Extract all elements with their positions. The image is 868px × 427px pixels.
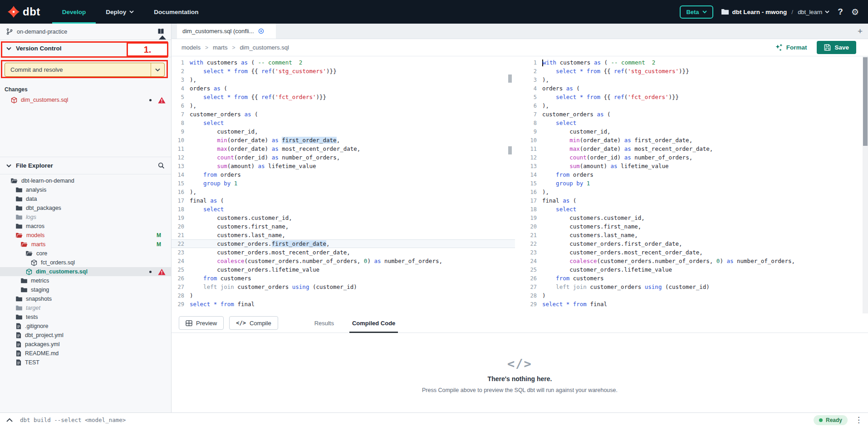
code-line-21[interactable]: 21 customers.last_name, <box>172 231 515 239</box>
code-line-3[interactable]: 3), <box>172 75 515 84</box>
file-tree-item-metrics[interactable]: metrics <box>0 276 171 285</box>
code-line-17[interactable]: 17final as ( <box>172 196 515 205</box>
code-line-25[interactable]: 25 customer_orders.lifetime_value <box>172 265 515 274</box>
preview-button[interactable]: Preview <box>179 316 224 330</box>
code-line-12[interactable]: 12 count(order_id) as number_of_orders, <box>524 153 863 162</box>
code-line-21[interactable]: 21 customers.last_name, <box>524 231 863 239</box>
file-tree-item-snapshots[interactable]: snapshots <box>0 294 171 303</box>
code-line-9[interactable]: 9 customer_id, <box>172 127 515 136</box>
code-line-23[interactable]: 23 customer_orders.most_recent_order_dat… <box>172 248 515 257</box>
code-line-19[interactable]: 19 customers.customer_id, <box>172 214 515 222</box>
code-line-26[interactable]: 26 from customers <box>172 274 515 283</box>
code-line-1[interactable]: 1with customers as ( -- comment 2 <box>172 58 515 67</box>
code-line-10[interactable]: 10 min(order_date) as first_order_date, <box>524 136 863 144</box>
nav-item-develop[interactable]: Develop <box>52 0 96 24</box>
code-line-14[interactable]: 14 from orders <box>172 170 515 179</box>
code-line-20[interactable]: 20 customers.first_name, <box>524 222 863 231</box>
code-line-27[interactable]: 27 left join customer_orders using (cust… <box>172 283 515 291</box>
code-line-4[interactable]: 4orders as ( <box>524 84 863 93</box>
file-tree-item-test[interactable]: TEST <box>0 358 171 367</box>
code-line-6[interactable]: 6), <box>524 101 863 110</box>
breadcrumb-segment[interactable]: marts <box>213 44 228 51</box>
code-line-12[interactable]: 12 count(order_id) as number_of_orders, <box>172 153 515 162</box>
code-line-5[interactable]: 5 select * from {{ ref('fct_orders')}} <box>524 93 863 101</box>
file-tree-item-tests[interactable]: tests <box>0 313 171 322</box>
code-line-22[interactable]: 22 customer_orders.first_order_date, <box>172 239 515 248</box>
file-tree-item-core[interactable]: core <box>0 249 171 258</box>
code-line-11[interactable]: 11 max(order_date) as most_recent_order_… <box>524 144 863 153</box>
code-line-8[interactable]: 8 select <box>172 119 515 127</box>
code-line-17[interactable]: 17final as ( <box>524 196 863 205</box>
code-line-20[interactable]: 20 customers.first_name, <box>172 222 515 231</box>
code-line-1[interactable]: 1with customers as ( -- comment 2 <box>524 58 863 67</box>
scrollbar-mark[interactable] <box>508 74 512 83</box>
search-icon[interactable] <box>158 162 165 169</box>
changed-file-row[interactable]: dim_customers.sql <box>0 94 171 105</box>
vertical-scrollbar[interactable] <box>863 56 868 313</box>
branch-selector[interactable]: on-demand-practice <box>0 24 171 40</box>
dbt-logo[interactable]: dbt <box>0 0 52 24</box>
code-line-10[interactable]: 10 min(order_date) as first_order_date, <box>172 136 515 144</box>
code-line-13[interactable]: 13 sum(amount) as lifetime_value <box>172 162 515 170</box>
file-tree-item-data[interactable]: data <box>0 194 171 204</box>
code-line-25[interactable]: 25 customer_orders.lifetime_value <box>524 265 863 274</box>
file-tree-item-dim-customers-sql[interactable]: dim_customers.sql <box>0 267 171 276</box>
file-tree-item-fct-orders-sql[interactable]: fct_orders.sql <box>0 258 171 267</box>
code-line-6[interactable]: 6), <box>172 101 515 110</box>
code-line-8[interactable]: 8 select <box>524 119 863 127</box>
new-tab-button[interactable]: + <box>858 24 863 39</box>
file-tree-item-analysis[interactable]: analysis <box>0 185 171 194</box>
code-line-16[interactable]: 16), <box>172 188 515 196</box>
project-selector[interactable]: dbt_learn <box>798 9 829 15</box>
code-line-27[interactable]: 27 left join customer_orders using (cust… <box>524 283 863 291</box>
code-line-19[interactable]: 19 customers.customer_id, <box>524 214 863 222</box>
file-tree-item-readme-md[interactable]: README.md <box>0 349 171 358</box>
file-tree-item-packages-yml[interactable]: packages.yml <box>0 340 171 349</box>
code-line-24[interactable]: 24 coalesce(customer_orders.number_of_or… <box>524 257 863 265</box>
code-line-28[interactable]: 28) <box>524 291 863 300</box>
breadcrumb-segment[interactable]: models <box>181 44 201 51</box>
code-line-13[interactable]: 13 sum(amount) as lifetime_value <box>524 162 863 170</box>
kebab-menu-icon[interactable]: ⋮ <box>855 415 863 425</box>
code-line-7[interactable]: 7customer_orders as ( <box>172 110 515 119</box>
file-tree-item-macros[interactable]: macros <box>0 222 171 231</box>
code-line-3[interactable]: 3), <box>524 75 863 84</box>
save-button[interactable]: Save <box>817 41 856 54</box>
file-tree-item-marts[interactable]: martsM <box>0 240 171 249</box>
nav-item-deploy[interactable]: Deploy <box>96 0 144 24</box>
code-line-24[interactable]: 24 coalesce(customer_orders.number_of_or… <box>172 257 515 265</box>
code-line-14[interactable]: 14 from orders <box>524 170 863 179</box>
code-line-11[interactable]: 11 max(order_date) as most_recent_order_… <box>172 144 515 153</box>
gear-icon[interactable]: ⚙ <box>851 7 859 17</box>
scrollbar-thumb[interactable] <box>863 57 868 146</box>
nav-item-documentation[interactable]: Documentation <box>144 0 208 24</box>
file-tree-item-models[interactable]: modelsM <box>0 231 171 240</box>
chevron-up-icon[interactable] <box>6 418 13 422</box>
results-tab-results[interactable]: Results <box>305 313 343 333</box>
code-line-5[interactable]: 5 select * from {{ ref('fct_orders')}} <box>172 93 515 101</box>
file-tree-item-dbt-learn-on-demand[interactable]: dbt-learn-on-demand <box>0 176 171 185</box>
code-line-26[interactable]: 26 from customers <box>524 274 863 283</box>
code-pane-right[interactable]: 1with customers as ( -- comment 22 selec… <box>524 56 863 313</box>
code-line-18[interactable]: 18 select <box>524 205 863 214</box>
file-tree-item--gitignore[interactable]: .gitignore <box>0 322 171 331</box>
breadcrumb-segment[interactable]: dim_customers.sql <box>240 44 289 51</box>
command-input[interactable]: dbt build --select <model_name> <box>20 417 126 423</box>
beta-button[interactable]: Beta <box>680 5 713 19</box>
code-line-22[interactable]: 22 customer_orders.first_order_date, <box>524 239 863 248</box>
code-line-2[interactable]: 2 select * from {{ ref('stg_customers')}… <box>172 67 515 75</box>
unsaved-conflict-indicator-icon[interactable] <box>258 28 265 35</box>
help-icon[interactable]: ? <box>838 7 843 17</box>
code-line-29[interactable]: 29select * from final <box>524 300 863 308</box>
file-tree-item-dbt-project-yml[interactable]: dbt_project.yml <box>0 331 171 340</box>
code-line-4[interactable]: 4orders as ( <box>172 84 515 93</box>
docs-book-icon[interactable] <box>157 28 165 35</box>
code-line-23[interactable]: 23 customer_orders.most_recent_order_dat… <box>524 248 863 257</box>
results-tab-compiled-code[interactable]: Compiled Code <box>343 313 404 333</box>
code-line-28[interactable]: 28) <box>172 291 515 300</box>
file-tree-item-logs[interactable]: logs <box>0 213 171 222</box>
file-tree-item-staging[interactable]: staging <box>0 285 171 294</box>
account-name[interactable]: dbt Learn - mwong <box>732 9 787 15</box>
code-line-2[interactable]: 2 select * from {{ ref('stg_customers')}… <box>524 67 863 75</box>
code-line-9[interactable]: 9 customer_id, <box>524 127 863 136</box>
